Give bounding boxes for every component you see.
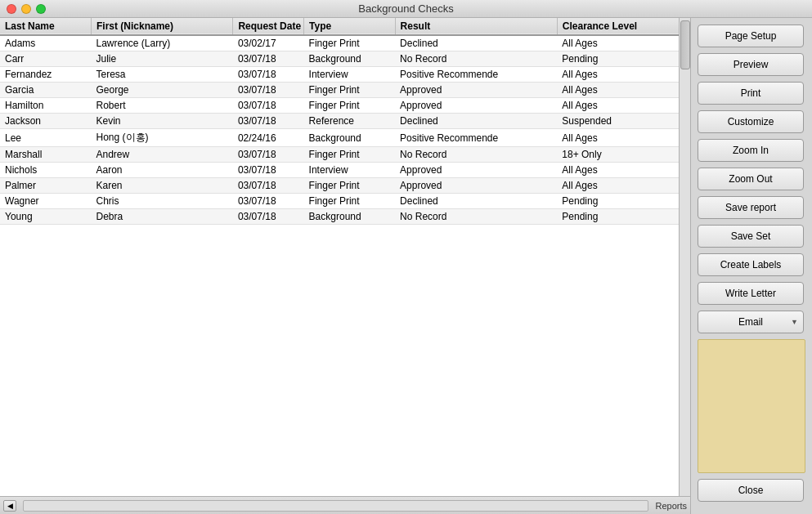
table-cell: Declined [395, 114, 557, 129]
table-cell: 18+ Only [557, 147, 679, 163]
table-cell: 03/07/18 [233, 114, 304, 129]
table-scroll-area: Last Name First (Nickname) Request Date … [0, 18, 690, 496]
page-setup-button[interactable]: Page Setup [698, 25, 804, 47]
window-controls[interactable] [7, 4, 46, 14]
table-panel: Last Name First (Nickname) Request Date … [0, 18, 691, 514]
table-body: AdamsLawrence (Larry)03/02/17Finger Prin… [0, 35, 679, 225]
table-cell: Fernandez [0, 67, 91, 83]
table-row[interactable]: LeeHong (이홍)02/24/16BackgroundPositive R… [0, 129, 679, 147]
zoom-out-button[interactable]: Zoom Out [698, 168, 804, 190]
zoom-in-button[interactable]: Zoom In [698, 139, 804, 162]
col-header-last-name[interactable]: Last Name [0, 18, 91, 35]
table-row[interactable]: YoungDebra03/07/18BackgroundNo RecordPen… [0, 209, 679, 225]
horizontal-scrollbar[interactable] [23, 500, 648, 512]
table-cell: 03/07/18 [233, 163, 304, 178]
table-row[interactable]: CarrJulie03/07/18BackgroundNo RecordPend… [0, 51, 679, 67]
table-cell: Background [304, 209, 395, 225]
close-button[interactable]: Close [698, 479, 804, 502]
table-row[interactable]: WagnerChris03/07/18Finger PrintDeclinedP… [0, 194, 679, 209]
table-cell: 02/24/16 [233, 129, 304, 147]
table-cell: Background [304, 129, 395, 147]
table-row[interactable]: FernandezTeresa03/07/18InterviewPositive… [0, 67, 679, 83]
table-row[interactable]: HamiltonRobert03/07/18Finger PrintApprov… [0, 98, 679, 114]
table-row[interactable]: JacksonKevin03/07/18ReferenceDeclinedSus… [0, 114, 679, 129]
table-cell: Interview [304, 163, 395, 178]
table-cell: All Ages [557, 83, 679, 98]
table-cell: Garcia [0, 83, 91, 98]
bottom-bar: ◀ Reports [0, 496, 690, 514]
col-header-clearance[interactable]: Clearance Level [557, 18, 679, 35]
customize-button[interactable]: Customize [698, 110, 804, 133]
title-bar: Background Checks [0, 0, 812, 18]
scrollbar-thumb[interactable] [680, 20, 690, 69]
table-row[interactable]: NicholsAaron03/07/18InterviewApprovedAll… [0, 163, 679, 178]
table-cell: Young [0, 209, 91, 225]
table-cell: Carr [0, 51, 91, 67]
table-cell: 03/07/18 [233, 98, 304, 114]
table-cell: Robert [91, 98, 232, 114]
table-cell: Finger Print [304, 147, 395, 163]
scroll-left-button[interactable]: ◀ [3, 500, 16, 512]
table-header-row: Last Name First (Nickname) Request Date … [0, 18, 679, 35]
table-row[interactable]: PalmerKaren03/07/18Finger PrintApprovedA… [0, 178, 679, 194]
table-cell: Suspended [557, 114, 679, 129]
table-cell: Teresa [91, 67, 232, 83]
table-cell: 03/07/18 [233, 147, 304, 163]
table-cell: Approved [395, 83, 557, 98]
table-cell: Positive Recommende [395, 67, 557, 83]
save-report-button[interactable]: Save report [698, 196, 804, 219]
col-header-type[interactable]: Type [304, 18, 395, 35]
minimize-button[interactable] [21, 4, 31, 14]
table-cell: Approved [395, 163, 557, 178]
table-cell: George [91, 83, 232, 98]
email-dropdown-arrow: ▼ [791, 318, 798, 326]
table-cell: Hamilton [0, 98, 91, 114]
table-cell: Finger Print [304, 98, 395, 114]
button-panel: Page Setup Preview Print Customize Zoom … [691, 18, 812, 514]
col-header-result[interactable]: Result [395, 18, 557, 35]
col-header-request-date[interactable]: Request Date [233, 18, 304, 35]
write-letter-button[interactable]: Write Letter [698, 282, 804, 305]
reports-label: Reports [655, 501, 687, 511]
table-cell: Declined [395, 35, 557, 51]
print-button[interactable]: Print [698, 82, 804, 105]
table-cell: Palmer [0, 178, 91, 194]
table-cell: Declined [395, 194, 557, 209]
table-row[interactable]: GarciaGeorge03/07/18Finger PrintApproved… [0, 83, 679, 98]
vertical-scrollbar[interactable] [679, 18, 690, 496]
table-cell: 03/07/18 [233, 51, 304, 67]
table-cell: All Ages [557, 35, 679, 51]
table-cell: Pending [557, 194, 679, 209]
table-cell: Positive Recommende [395, 129, 557, 147]
table-cell: Chris [91, 194, 232, 209]
table-row[interactable]: AdamsLawrence (Larry)03/02/17Finger Prin… [0, 35, 679, 51]
maximize-button[interactable] [36, 4, 46, 14]
table-cell: 03/07/18 [233, 83, 304, 98]
main-container: Last Name First (Nickname) Request Date … [0, 18, 812, 514]
table-cell: Background [304, 51, 395, 67]
table-cell: All Ages [557, 98, 679, 114]
table-cell: Interview [304, 67, 395, 83]
table-cell: All Ages [557, 129, 679, 147]
spacer-area [698, 339, 805, 473]
table-cell: Hong (이홍) [91, 129, 232, 147]
table-cell: Approved [395, 98, 557, 114]
email-button[interactable]: Email ▼ [698, 311, 804, 333]
close-window-button[interactable] [7, 4, 16, 14]
save-set-button[interactable]: Save Set [698, 225, 804, 248]
preview-button[interactable]: Preview [698, 53, 804, 76]
col-header-first-name[interactable]: First (Nickname) [91, 18, 232, 35]
table-cell: 03/02/17 [233, 35, 304, 51]
table-cell: Pending [557, 51, 679, 67]
create-labels-button[interactable]: Create Labels [698, 253, 804, 276]
table-cell: Lee [0, 129, 91, 147]
table-cell: All Ages [557, 178, 679, 194]
table-wrapper: Last Name First (Nickname) Request Date … [0, 18, 679, 496]
table-cell: Pending [557, 209, 679, 225]
table-cell: No Record [395, 209, 557, 225]
table-cell: No Record [395, 147, 557, 163]
table-cell: Nichols [0, 163, 91, 178]
table-row[interactable]: MarshallAndrew03/07/18Finger PrintNo Rec… [0, 147, 679, 163]
table-cell: Reference [304, 114, 395, 129]
table-cell: Finger Print [304, 194, 395, 209]
